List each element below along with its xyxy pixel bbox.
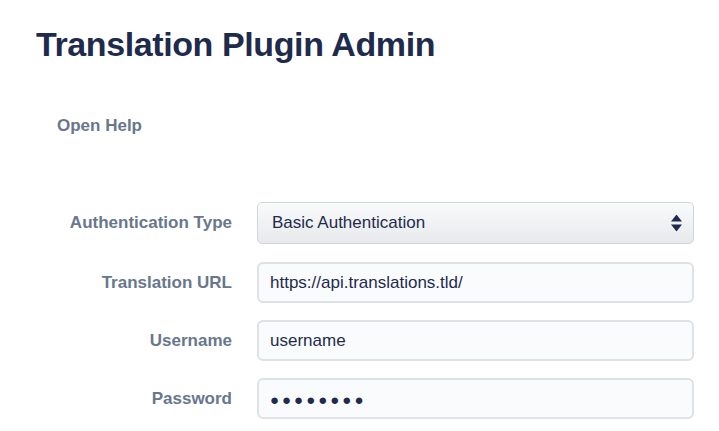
page-title: Translation Plugin Admin [36,26,719,62]
authentication-type-label: Authentication Type [0,213,232,233]
username-label: Username [0,331,232,351]
form-row-password: Password [0,378,719,419]
page: Translation Plugin Admin Open Help Authe… [0,26,719,431]
form-row-authentication-type: Authentication Type Basic Authentication [0,202,719,244]
field-control [257,320,694,361]
username-input[interactable] [257,320,694,361]
field-control [257,262,694,303]
admin-form: Authentication Type Basic Authentication… [0,202,719,419]
translation-url-label: Translation URL [0,273,232,293]
select-updown-icon [671,215,682,232]
field-control: Basic Authentication [257,202,694,244]
translation-url-input[interactable] [257,262,694,303]
password-input[interactable] [257,378,694,419]
authentication-type-select-value: Basic Authentication [272,213,425,233]
field-control [257,378,694,419]
form-row-translation-url: Translation URL [0,262,719,303]
password-label: Password [0,389,232,409]
form-row-username: Username [0,320,719,361]
authentication-type-select[interactable]: Basic Authentication [257,202,694,244]
open-help-link[interactable]: Open Help [57,116,142,136]
